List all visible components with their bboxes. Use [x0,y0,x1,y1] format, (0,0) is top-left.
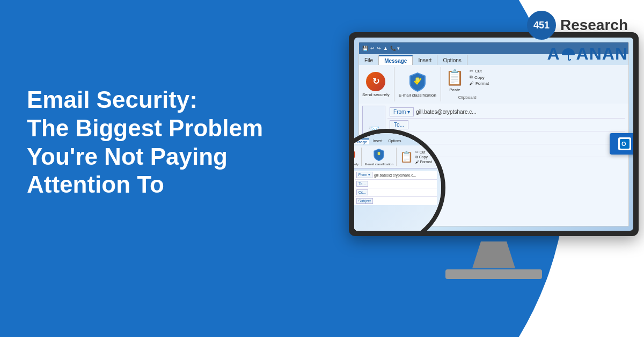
svg-rect-0 [416,78,419,82]
headline-text: Email Security: The Biggest Problem You'… [27,86,263,199]
email-classification-group: E-mail classification [399,67,441,101]
clipboard-label: Clipboard [458,95,477,100]
redo-icon: ↪ [377,46,381,51]
copy-icon: ⧉ [470,75,473,80]
circle-451: 451 [527,11,556,40]
magnify-from-label: From ▾ [356,172,372,178]
magnify-copy: ⧉ Copy [415,155,432,159]
magnify-subject-row: Subject [355,197,437,205]
magnify-send-label: Send securely [354,163,358,166]
magnify-from-row: From ▾ gill.bates@cryptshare.c... [355,171,437,180]
up-icon: ▲ [383,46,388,51]
format-icon: 🖌 [470,81,474,86]
from-value: gill.bates@cryptshare.c... [416,109,476,115]
magnify-tab-options: Options [386,138,403,144]
undo-icon: ↩ [370,46,375,51]
shield-container [408,71,427,92]
magnify-compose: 📨 Send From ▾ gill.bates@cryptshare.c...… [354,171,437,205]
magnify-subject-label: Subject [356,198,373,204]
format-button[interactable]: 🖌 Format [470,81,489,86]
magnify-format: 🖌 Format [415,160,432,164]
magnify-to-row: To... [355,180,437,188]
magnify-tab-message: Message [354,138,369,144]
magnify-shield-icon [373,148,385,162]
outlook-o-icon: O [618,137,631,150]
monitor-stand [472,241,515,268]
magnify-rows: From ▾ gill.bates@cryptshare.c... To... … [355,171,437,205]
magnify-cut-copy-format: ✂ Cut ⧉ Copy 🖌 Format [415,150,432,164]
send-securely-label: Send securely [362,92,390,97]
research-label: Research [560,17,628,34]
send-securely-button[interactable]: ↻ Send securely [362,72,390,97]
email-classification-label: E-mail classification [399,93,436,98]
avanan-text-a1: A [547,44,560,64]
paste-button[interactable]: 📋 Paste [445,69,464,92]
magnify-classification: E-mail classification [365,148,397,166]
monitor-base [445,269,542,279]
paste-icon: 📋 [445,69,464,86]
copy-button[interactable]: ⧉ Copy [470,75,489,80]
email-classification-button[interactable]: E-mail classification [399,71,436,98]
svg-text:O: O [621,141,626,147]
logo-451-research: 451 Research [527,11,628,40]
from-button[interactable]: From ▾ [390,107,414,116]
monitor: 💾 ↩ ↪ ▲ 📞 ▾ File Message Insert Options [322,32,644,301]
magnify-to-label: To... [356,181,368,187]
umbrella-icon [561,47,576,61]
magnify-paste-icon: 📋 [400,150,413,163]
save-icon: 💾 [362,46,368,51]
cut-button[interactable]: ✂ Cut [470,69,489,74]
magnify-classification-label: E-mail classification [365,163,393,166]
tab-options[interactable]: Options [437,55,467,65]
magnify-tab-insert: Insert [371,138,385,144]
magnify-cut: ✂ Cut [415,150,432,155]
logo-area: 451 Research A ANAN [527,11,628,64]
shield-icon [408,71,427,92]
clipboard-mini-group: ✂ Cut ⧉ Copy 🖌 Format [470,69,489,86]
send-securely-group: ↻ Send securely [362,67,394,101]
svg-rect-3 [378,152,380,155]
tab-message[interactable]: Message [379,55,413,65]
from-row: From ▾ gill.bates@cryptshare.c... [387,106,625,119]
magnify-cc-row: Cc... [355,188,437,197]
magnify-from-value: gill.bates@cryptshare.c... [374,173,416,177]
avanan-logo: A ANAN [547,44,628,64]
avanan-text-rest: ANAN [576,44,628,64]
magnify-ribbon-content: ↻ Send securely E-mail classification [354,145,437,169]
magnify-clipboard: 📋 ✂ Cut ⧉ Copy 🖌 Format [400,150,432,164]
scissors-icon: ✂ [470,69,473,74]
tab-file[interactable]: File [359,55,379,65]
magnify-cc-label: Cc... [356,189,368,195]
ribbon-content: ↻ Send securely [359,65,628,104]
clipboard-group: 📋 Paste ✂ Cut ⧉ Copy [445,67,493,101]
send-securely-icon: ↻ [366,72,385,91]
to-button[interactable]: To... [390,120,408,129]
tab-insert[interactable]: Insert [413,55,437,65]
magnify-send-securely: ↻ Send securely [354,148,362,166]
monitor-screen: 💾 ↩ ↪ ▲ 📞 ▾ File Message Insert Options [354,38,633,231]
menu-icon: 📞 ▾ [390,46,400,51]
magnify-inner: File Message Insert Options ↻ Send secur… [354,133,441,231]
to-row: To... [387,119,625,131]
magnify-send-icon: ↻ [354,148,355,162]
outlook-badge-button[interactable]: O Outlook [610,133,633,155]
